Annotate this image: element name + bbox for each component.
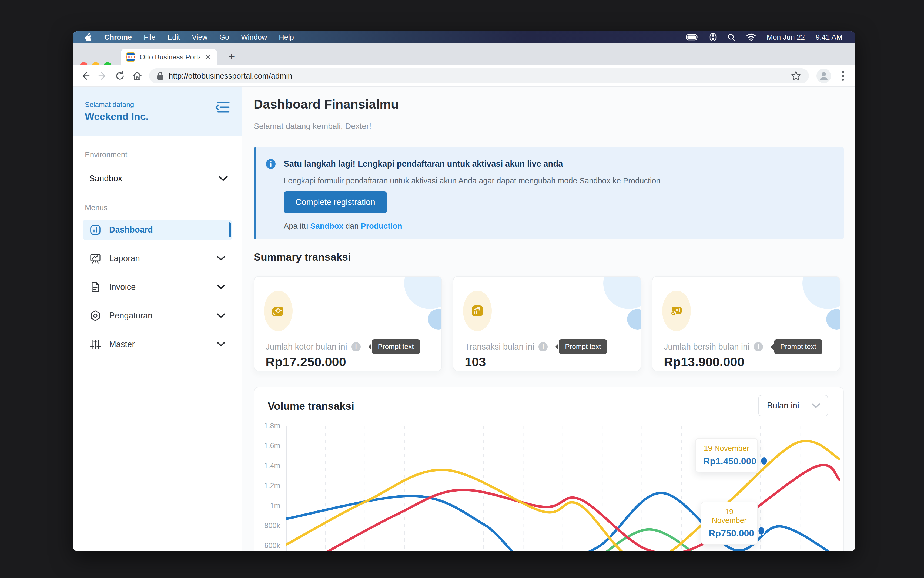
y-axis-label: 600k (253, 542, 280, 550)
production-link[interactable]: Production (361, 222, 402, 231)
environment-select[interactable]: Sandbox (73, 170, 242, 187)
footnote-mid: dan (343, 222, 361, 231)
settings-icon (90, 310, 101, 321)
sandbox-link[interactable]: Sandbox (310, 222, 343, 231)
control-center-icon[interactable] (710, 33, 716, 41)
spotlight-search-icon[interactable] (728, 33, 736, 41)
page-subtitle: Selamat datang kembali, Dexter! (254, 122, 371, 131)
chevron-down-icon (217, 285, 225, 289)
lock-icon (157, 71, 164, 80)
environment-value: Sandbox (89, 174, 122, 183)
complete-registration-button[interactable]: Complete registration (284, 192, 387, 213)
wifi-icon[interactable] (746, 34, 756, 41)
bookmark-star-icon[interactable] (791, 70, 801, 81)
info-icon[interactable]: i (351, 342, 361, 351)
back-button[interactable] (77, 70, 94, 81)
card-net-amount: Jumlah bersih bulan ini i Prompt text Rp… (652, 276, 840, 371)
menu-view[interactable]: View (192, 33, 208, 42)
y-axis-label: 1m (253, 502, 280, 510)
new-tab-button[interactable]: + (228, 52, 235, 62)
wallet-check-icon (668, 303, 685, 319)
card-value: 103 (465, 354, 486, 369)
main-content: Dashboard Finansialmu Selamat datang kem… (242, 87, 855, 551)
info-icon[interactable]: i (539, 342, 548, 351)
y-axis-label: 1.6m (253, 442, 280, 450)
browser-tab[interactable]: OTTO Otto Business Portal ✕ (121, 49, 217, 65)
sidebar-item-invoice[interactable]: Invoice (83, 277, 232, 297)
report-icon (90, 253, 101, 264)
data-point-marker[interactable] (761, 457, 767, 465)
forward-button[interactable] (94, 70, 111, 81)
y-axis-label: 1.8m (253, 422, 280, 430)
menu-file[interactable]: File (144, 33, 156, 42)
tooltip-date: 19 November (709, 508, 750, 525)
dashboard-icon (90, 224, 101, 235)
address-bar[interactable]: http://ottobusinessportal.com/admin (149, 68, 809, 83)
period-filter-dropdown[interactable]: Bulan ini (758, 395, 828, 416)
collapse-sidebar-icon[interactable] (215, 101, 230, 114)
banner-body: Lengkapi formulir pendaftaran untuk akti… (284, 176, 661, 185)
chart-tooltip: 19 November Rp750.000 (701, 502, 758, 544)
battery-icon[interactable] (686, 34, 699, 41)
environment-label: Environment (73, 151, 242, 159)
page-title: Dashboard Finansialmu (254, 97, 399, 112)
company-name: Weekend Inc. (85, 111, 230, 122)
card-transactions: Transaksi bulan ini i Prompt text 103 (453, 276, 641, 371)
chevron-down-icon (811, 403, 820, 408)
sidebar-item-label: Pengaturan (109, 311, 209, 321)
tooltip-date: 19 November (703, 444, 750, 453)
card-label: Jumlah bersih bulan ini (664, 342, 749, 352)
chart-tooltip: 19 November Rp1.450.000 (695, 438, 758, 472)
tooltip: Prompt text (372, 339, 420, 354)
sidebar-item-master[interactable]: Master (83, 334, 232, 355)
volume-chart-card: Volume transaksi Bulan ini 1.8m1.6m1.4m1… (254, 387, 844, 551)
tab-close-icon[interactable]: ✕ (204, 53, 211, 62)
menu-bar-time[interactable]: 9:41 AM (816, 33, 843, 42)
menu-go[interactable]: Go (219, 33, 229, 42)
period-filter-value: Bulan ini (767, 401, 799, 411)
summary-heading: Summary transaksi (254, 251, 351, 263)
menu-bar-date[interactable]: Mon Jun 22 (767, 33, 805, 42)
tab-strip: OTTO Otto Business Portal ✕ + (73, 43, 855, 65)
menu-edit[interactable]: Edit (167, 33, 180, 42)
profile-avatar[interactable] (817, 68, 831, 83)
tooltip: Prompt text (774, 339, 822, 354)
y-axis-label: 1.2m (253, 482, 280, 490)
tooltip-amount: Rp750.000 (709, 528, 750, 539)
decor-circle-small (627, 309, 641, 330)
decor-circle (603, 276, 641, 309)
menu-app-name[interactable]: Chrome (104, 33, 132, 42)
site-favicon: OTTO (126, 52, 135, 62)
card-value: Rp17.250.000 (266, 354, 346, 369)
money-icon (270, 303, 286, 319)
footnote-prefix: Apa itu (284, 222, 310, 231)
menu-window[interactable]: Window (241, 33, 267, 42)
info-icon[interactable]: i (754, 342, 763, 351)
summary-cards: Jumlah kotor bulan ini i Prompt text Rp1… (254, 276, 840, 371)
browser-window: Chrome File Edit View Go Window Help (73, 31, 855, 551)
line-chart: 19 November Rp1.450.000 19 November Rp75… (286, 426, 840, 551)
sidebar-item-dashboard[interactable]: Dashboard (83, 219, 232, 240)
sidebar-item-pengaturan[interactable]: Pengaturan (83, 305, 232, 326)
card-label: Transaksi bulan ini (465, 342, 534, 352)
chevron-down-icon (217, 256, 225, 261)
registration-banner: Satu langkah lagi! Lengkapi pendaftaran … (254, 147, 844, 239)
apple-icon[interactable] (84, 32, 93, 42)
home-button[interactable] (128, 70, 146, 81)
banner-title: Satu langkah lagi! Lengkapi pendaftaran … (284, 159, 563, 169)
data-point-marker[interactable] (758, 527, 765, 535)
reload-button[interactable] (111, 70, 128, 81)
decor-circle (802, 276, 840, 309)
browser-menu-icon[interactable] (841, 70, 844, 82)
card-label: Jumlah kotor bulan ini (266, 342, 347, 352)
url-text: http://ottobusinessportal.com/admin (169, 71, 786, 81)
card-value: Rp13.900.000 (664, 354, 744, 369)
welcome-label: Selamat datang (85, 101, 230, 109)
sidebar-item-label: Invoice (109, 282, 209, 292)
menu-help[interactable]: Help (279, 33, 294, 42)
chevron-down-icon (219, 176, 228, 181)
sidebar: Selamat datang Weekend Inc. Environment … (73, 87, 242, 551)
decor-circle (404, 276, 442, 309)
tab-title: Otto Business Portal (140, 53, 200, 61)
sidebar-item-laporan[interactable]: Laporan (83, 248, 232, 269)
